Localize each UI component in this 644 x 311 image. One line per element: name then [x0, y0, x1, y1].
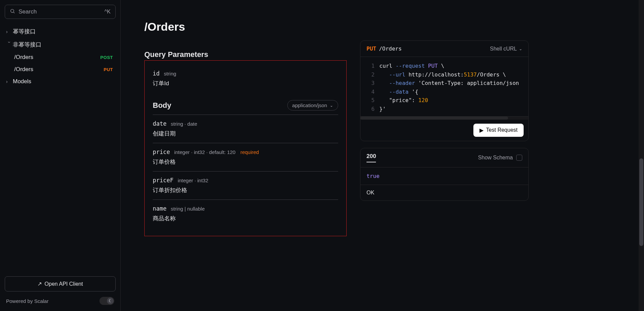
param-name: priceF: [153, 177, 173, 184]
sidebar: Search ^K › 幂等接口 › 非幂等接口 /Orders POST /O…: [0, 0, 121, 311]
nav-group-label: 幂等接口: [13, 28, 36, 35]
body-header: Body application/json ⌄: [153, 93, 338, 115]
language-label: Shell cURL: [490, 46, 517, 52]
param-type: string | nullable: [171, 206, 205, 212]
response-desc: OK: [360, 185, 528, 200]
search-placeholder: Search: [19, 8, 105, 15]
content-left: /Orders Query Parameters id string 订单Id …: [144, 20, 347, 311]
chevron-right-icon: ›: [6, 29, 13, 34]
code-method: PUT: [367, 45, 376, 52]
param-name-field: name string | nullable 商品名称: [153, 199, 338, 228]
param-price: price integer · int32 · default: 120 req…: [153, 143, 338, 171]
param-desc: 订单折扣价格: [153, 186, 338, 194]
nav-group-non-idempotent[interactable]: › 非幂等接口: [5, 38, 116, 51]
svg-point-0: [11, 9, 14, 12]
param-type: string · date: [171, 121, 197, 127]
nav-item-label: /Orders: [14, 66, 33, 73]
external-link-icon: ↗: [37, 281, 42, 287]
play-icon: ▶: [479, 127, 484, 133]
search-shortcut: ^K: [105, 9, 111, 15]
nav-item-label: /Orders: [14, 54, 33, 61]
content-type-select[interactable]: application/json ⌄: [287, 100, 338, 111]
chevron-right-icon: ›: [6, 79, 13, 84]
nav-group-models[interactable]: › Models: [5, 75, 116, 88]
query-params-heading: Query Parameters: [144, 50, 347, 59]
nav-item-orders-post[interactable]: /Orders POST: [5, 51, 116, 63]
param-name: id: [153, 70, 159, 77]
chevron-down-icon: ⌄: [330, 103, 333, 108]
param-desc: 订单价格: [153, 158, 338, 166]
response-body: true: [360, 167, 528, 185]
nav: › 幂等接口 › 非幂等接口 /Orders POST /Orders PUT …: [5, 25, 116, 272]
test-request-button[interactable]: ▶ Test Request: [473, 124, 524, 137]
page-title: /Orders: [144, 20, 347, 33]
code-panel: PUT /Orders Shell cURL ⌄ 1curl --request…: [360, 40, 529, 141]
search-icon: [10, 8, 15, 15]
response-header: 200 Show Schema: [360, 148, 528, 167]
scrollbar-thumb[interactable]: [639, 158, 643, 246]
open-api-client-button[interactable]: ↗ Open API Client: [5, 276, 116, 291]
search-input[interactable]: Search ^K: [5, 5, 116, 19]
response-panel: 200 Show Schema true OK: [360, 148, 529, 201]
param-desc: 商品名称: [153, 215, 338, 222]
code-horizontal-scrollbar[interactable]: [360, 116, 528, 120]
svg-line-1: [13, 12, 14, 13]
code-body[interactable]: 1curl --request PUT \ 2 --url http://loc…: [360, 57, 528, 116]
param-priceF: priceF integer · int32 订单折扣价格: [153, 171, 338, 199]
sidebar-footer: ↗ Open API Client Powered by Scalar ☾: [5, 272, 116, 306]
nav-group-label: Models: [13, 78, 31, 85]
show-schema-label: Show Schema: [478, 155, 513, 161]
highlighted-region: id string 订单Id Body application/json ⌄ d…: [144, 60, 347, 236]
main-content: /Orders Query Parameters id string 订单Id …: [121, 0, 644, 311]
code-path: /Orders: [379, 45, 402, 52]
response-status-tab[interactable]: 200: [367, 153, 376, 162]
chevron-down-icon: ›: [7, 41, 12, 48]
param-type: integer · int32 · default: 120: [174, 149, 236, 155]
content-type-label: application/json: [292, 102, 327, 108]
nav-group-idempotent[interactable]: › 幂等接口: [5, 25, 116, 38]
show-schema-toggle[interactable]: Show Schema: [478, 155, 522, 161]
param-name: name: [153, 205, 167, 212]
code-panel-header: PUT /Orders Shell cURL ⌄: [360, 41, 528, 57]
vertical-scrollbar[interactable]: [639, 0, 644, 311]
param-desc: 订单Id: [153, 80, 338, 87]
theme-toggle[interactable]: ☾: [99, 297, 114, 305]
language-select[interactable]: Shell cURL ⌄: [490, 46, 522, 52]
param-name: date: [153, 120, 167, 127]
open-api-label: Open API Client: [45, 281, 83, 287]
param-type: integer · int32: [178, 178, 208, 183]
powered-by: Powered by Scalar: [6, 298, 49, 304]
moon-icon: ☾: [107, 298, 114, 304]
nav-group-label: 非幂等接口: [13, 41, 41, 49]
nav-item-orders-put[interactable]: /Orders PUT: [5, 63, 116, 75]
param-required: required: [240, 149, 259, 155]
method-badge: PUT: [104, 67, 113, 72]
method-badge: POST: [100, 55, 113, 60]
chevron-down-icon: ⌄: [519, 46, 522, 51]
param-type: string: [164, 71, 176, 76]
param-date: date string · date 创建日期: [153, 115, 338, 143]
checkbox-icon: [516, 155, 522, 161]
param-desc: 创建日期: [153, 130, 338, 137]
body-heading: Body: [153, 101, 171, 110]
test-request-label: Test Request: [486, 127, 518, 133]
param-id: id string 订单Id: [153, 65, 338, 93]
param-name: price: [153, 149, 170, 155]
content-right: PUT /Orders Shell cURL ⌄ 1curl --request…: [360, 20, 529, 311]
